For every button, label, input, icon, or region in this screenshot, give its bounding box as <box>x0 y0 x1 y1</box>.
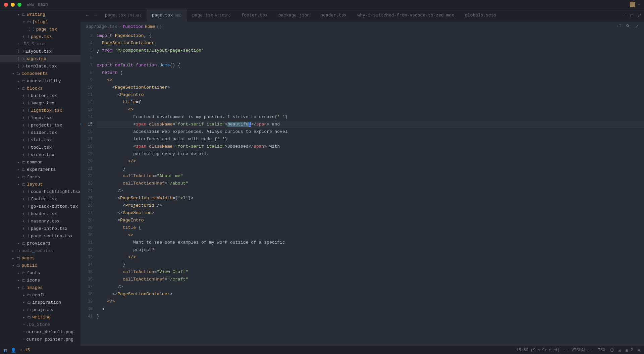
code-line[interactable]: accessible web experiences. Always curio… <box>97 128 644 136</box>
tree-item[interactable]: ( )template.tsx <box>0 62 80 70</box>
tree-item[interactable]: ( )stat.tsx <box>0 136 80 144</box>
tree-item[interactable]: ( )tool.tsx <box>0 144 80 151</box>
code-line[interactable]: title={ <box>97 224 644 232</box>
code-line[interactable]: <PageIntro <box>97 91 644 99</box>
code-line[interactable]: title={ <box>97 99 644 106</box>
tree-item[interactable]: ▸ 🗀common <box>0 158 80 166</box>
code-line[interactable]: Want to see some examples of my work out… <box>97 239 644 246</box>
code-editor[interactable]: 34567891011121314⚡1516171819202122232425… <box>80 32 644 346</box>
tree-item[interactable]: ▾ 🗀writing <box>0 11 80 18</box>
tree-item[interactable]: ▸ 🗀fonts <box>0 269 80 276</box>
tab[interactable]: page.tsxapp <box>147 9 187 21</box>
tab[interactable]: header.tsx <box>315 9 352 21</box>
code-line[interactable]: <> <box>97 77 644 84</box>
code-line[interactable]: <PageSectionContainer> <box>97 84 644 91</box>
tree-item[interactable]: ( )page.tsx <box>0 55 80 62</box>
maximize-button[interactable] <box>17 3 21 7</box>
code-line[interactable]: callToAction="View Craft" <box>97 268 644 276</box>
expand-icon[interactable]: ⤢ <box>637 12 641 18</box>
code-line[interactable]: <> <box>97 232 644 239</box>
code-line[interactable]: } <box>97 313 644 320</box>
code-line[interactable]: </> <box>97 254 644 261</box>
chevron-down-icon[interactable]: ▾ <box>638 3 640 7</box>
tree-item[interactable]: ▸ 🗀providers <box>0 240 80 247</box>
code-line[interactable]: </> <box>97 158 644 165</box>
minimize-button[interactable] <box>11 3 15 7</box>
tree-item[interactable]: ▾ 🗀public <box>0 262 80 269</box>
diagnostics-warning[interactable]: ⚠ 15 <box>20 348 30 353</box>
language-mode[interactable]: TSX <box>598 348 605 353</box>
tree-item[interactable]: ▫cursor_default.png <box>0 328 80 336</box>
notifications-icon[interactable]: ▣ 2 <box>626 348 633 353</box>
code-line[interactable]: export default function Home() { <box>97 62 644 69</box>
code-line[interactable]: perfecting every fine detail. <box>97 150 644 158</box>
tree-item[interactable]: ( )logo.tsx <box>0 114 80 121</box>
code-line[interactable]: /> <box>97 187 644 195</box>
tree-item[interactable]: ( )lightbox.tsx <box>0 107 80 114</box>
maximize-icon[interactable]: ⤢ <box>635 24 639 29</box>
code-line[interactable]: project? <box>97 246 644 254</box>
tree-item[interactable]: ▸ 🗀forms <box>0 173 80 181</box>
code-line[interactable]: </PageSection> <box>97 209 644 217</box>
code-line[interactable]: } <box>97 165 644 172</box>
breadcrumb-path[interactable]: app/page.tsx <box>86 24 117 29</box>
branch-name[interactable]: main <box>38 2 48 7</box>
tree-item[interactable]: ( )page.tsx <box>0 26 80 33</box>
tree-item[interactable]: ( )video.tsx <box>0 151 80 158</box>
nav-forward-icon[interactable]: → <box>91 13 99 18</box>
code-line[interactable]: <PageIntro <box>97 217 644 224</box>
tab[interactable]: why-i-switched-from-vscode-to-zed.mdx <box>352 9 460 21</box>
tree-item[interactable]: ( )code-hightlight.tsx <box>0 188 80 195</box>
tree-item[interactable]: ( )go-back-button.tsx <box>0 203 80 210</box>
tree-item[interactable]: ▫cursor_pointer.png <box>0 336 80 343</box>
tree-item[interactable]: ▫.DS_Store <box>0 321 80 328</box>
tab[interactable]: package.json <box>273 9 315 21</box>
project-name[interactable]: www <box>27 2 34 7</box>
cursor-position[interactable]: 15:60 (9 selected) <box>516 348 560 353</box>
code-line[interactable]: callToAction="About me" <box>97 172 644 180</box>
code-line[interactable]: interfaces and paint with code.{' '} <box>97 136 644 143</box>
code-content[interactable]: import PageSection, { PageSectionContain… <box>97 32 644 346</box>
code-line[interactable]: } <box>97 261 644 268</box>
panel-icon[interactable]: ◧ <box>4 348 7 353</box>
code-line[interactable]: import PageSection, { <box>97 32 644 40</box>
tree-item[interactable]: ▫.DS_Store <box>0 40 80 48</box>
tree-item[interactable]: ( )button.tsx <box>0 92 80 99</box>
tree-item[interactable]: ▸ 🗀accessibility <box>0 77 80 85</box>
tree-item[interactable]: ▸ 🗀icons <box>0 276 80 284</box>
code-line[interactable]: <> <box>97 106 644 113</box>
tree-item[interactable]: ▸ 🗀inspiration <box>0 299 80 306</box>
tree-item[interactable]: ( )slider.tsx <box>0 129 80 136</box>
tree-item[interactable]: ▾ 🗀[slug] <box>0 18 80 26</box>
code-line[interactable]: </PageSectionContainer> <box>97 291 644 298</box>
code-line[interactable]: return ( <box>97 69 644 77</box>
split-icon[interactable]: ▢ <box>631 12 633 18</box>
tree-item[interactable]: ▸ 🗀craft <box>0 291 80 299</box>
tree-item[interactable]: ( )page.tsx <box>0 33 80 40</box>
close-button[interactable] <box>4 3 8 7</box>
file-explorer[interactable]: ▾ 🗀writing▾ 🗀[slug]( )page.tsx( )page.ts… <box>0 9 80 346</box>
tree-item[interactable]: ▾ 🗀layout <box>0 181 80 188</box>
avatar[interactable] <box>630 2 635 7</box>
feedback-icon[interactable]: ✉ <box>619 348 621 353</box>
code-line[interactable]: <ProjectGrid /> <box>97 202 644 209</box>
tab[interactable]: page.tsxwriting <box>187 9 236 21</box>
tree-item[interactable]: ▸ 🗀projects <box>0 306 80 313</box>
tree-item[interactable]: ( )masonry.tsx <box>0 217 80 225</box>
search-icon[interactable]: 🔍︎ <box>626 24 630 29</box>
copilot-icon[interactable]: ⎔ <box>610 348 614 353</box>
tree-item[interactable]: ( )projects.tsx <box>0 121 80 129</box>
inlay-hints-icon[interactable]: :T <box>617 24 621 29</box>
tree-item[interactable]: ( )page-section.tsx <box>0 232 80 240</box>
nav-back-icon[interactable]: ← <box>83 13 91 18</box>
tree-item[interactable]: ( )image.tsx <box>0 99 80 107</box>
terminal-icon[interactable]: ⌗ <box>638 348 640 353</box>
code-line[interactable]: callToActionHref="/craft" <box>97 276 644 283</box>
code-line[interactable]: ) <box>97 305 644 313</box>
code-line[interactable]: /> <box>97 283 644 291</box>
tree-item[interactable]: ▸ 🗀pages <box>0 254 80 262</box>
collab-icon[interactable]: 👤 <box>11 348 16 353</box>
code-line[interactable]: Frontend development is my passion. I st… <box>97 113 644 121</box>
tree-item[interactable]: ▾ 🗀blocks <box>0 85 80 92</box>
code-line[interactable]: callToActionHref="/about" <box>97 180 644 187</box>
